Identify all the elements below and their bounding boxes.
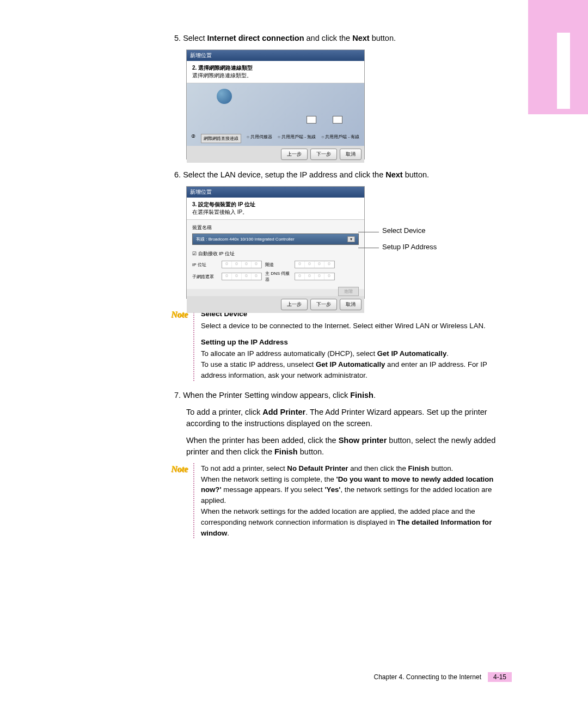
note-label: Note	[158, 309, 188, 319]
note-text: When the network settings for the added …	[201, 506, 512, 538]
subnet-label: 子網路遮罩	[192, 274, 218, 280]
gateway-field[interactable]: 0000	[295, 261, 335, 268]
note-block-2: Note To not add a printer, select No Def…	[158, 463, 512, 539]
dialog-body: 裝置名稱 有線 : Broadcom 440x 10/100 Integrate…	[187, 220, 364, 289]
dialog-titlebar: 新增位置	[187, 50, 364, 61]
radio-option[interactable]: ○ 共用伺服器	[247, 134, 272, 143]
callout-setup-ip: Setup IP Address	[382, 243, 437, 251]
radio-option[interactable]: ○ 共用用戶端 - 無線	[278, 134, 316, 143]
ip-label: IP 位址	[192, 262, 218, 268]
dialog-titlebar: 新增位置	[187, 187, 364, 198]
screenshot-connection-type: 新增位置 2. 選擇網際網路連線類型 選擇網際網路連線類型。 ⦿ 網際網路直接連…	[186, 50, 365, 159]
gateway-label: 閘道	[265, 262, 291, 268]
step-7: 7. When the Printer Setting window appea…	[158, 390, 512, 401]
note-heading: Setting up the IP Address	[201, 337, 512, 348]
note-text: To use a static IP address, unselect Get…	[201, 359, 512, 381]
cancel-button[interactable]: 取消	[340, 299, 362, 310]
back-button[interactable]: 上一步	[281, 149, 308, 160]
note-text: Select a device to be connected to the I…	[201, 321, 512, 331]
next-button[interactable]: 下一步	[310, 299, 337, 310]
callout-line	[358, 248, 379, 248]
dialog-header: 2. 選擇網際網路連線類型 選擇網際網路連線類型。	[187, 61, 364, 83]
globe-icon	[217, 89, 232, 104]
computer-icon	[333, 116, 342, 124]
auto-ip-checkbox[interactable]: ☑ 自動接收 IP 位址	[192, 250, 359, 257]
next-button[interactable]: 下一步	[310, 149, 337, 160]
callout-line	[358, 232, 379, 232]
dialog-buttons: 上一步 下一步 取消	[187, 296, 364, 313]
note-text: To allocate an IP address automatically …	[201, 348, 512, 359]
dialog-body: ⦿ 網際網路直接連線 ○ 共用伺服器 ○ 共用用戶端 - 無線 ○ 共用用戶端 …	[187, 83, 364, 146]
dns-label: 主 DNS 伺服器	[265, 270, 291, 282]
step-7-sub2: When the printer has been added, click t…	[158, 435, 512, 458]
step-5: 5. Select Internet direct connection and…	[158, 33, 512, 44]
page-footer: Chapter 4. Connecting to the Internet 4-…	[374, 672, 512, 682]
radio-option[interactable]: ⦿	[191, 134, 195, 143]
dns-field[interactable]: 0000	[295, 273, 335, 280]
cancel-button[interactable]: 取消	[340, 149, 362, 160]
note-divider	[193, 309, 195, 381]
note-label: Note	[158, 463, 188, 474]
advanced-button[interactable]: 進階	[338, 287, 359, 296]
dropdown-arrow-icon[interactable]: ▾	[347, 236, 355, 242]
radio-option[interactable]: ○ 共用用戶端 - 有線	[321, 134, 359, 143]
note-text: To not add a printer, select No Default …	[201, 463, 512, 474]
screenshot-ip-settings: 新增位置 3. 設定每個裝置的 IP 位址 在選擇裝置後輸入 IP。 裝置名稱 …	[186, 186, 365, 299]
note-divider	[193, 463, 195, 539]
subnet-field[interactable]: 0000	[222, 273, 262, 280]
step-7-sub1: To add a printer, click Add Printer. The…	[158, 407, 512, 429]
device-dropdown[interactable]: 有線 : Broadcom 440x 10/100 Integrated Con…	[192, 233, 359, 245]
note-block-1: Note Select Device Select a device to be…	[158, 309, 512, 381]
computer-icon	[307, 116, 316, 124]
callout-select-device: Select Device	[382, 226, 425, 235]
ip-field[interactable]: 0000	[222, 261, 262, 268]
chapter-ref: Chapter 4. Connecting to the Internet	[374, 673, 481, 681]
dialog-header: 3. 設定每個裝置的 IP 位址 在選擇裝置後輸入 IP。	[187, 198, 364, 220]
option-direct[interactable]: 網際網路直接連線	[201, 134, 241, 143]
page-number: 4-15	[488, 672, 512, 682]
note-text: When the network setting is complete, th…	[201, 474, 512, 506]
back-button[interactable]: 上一步	[281, 299, 308, 310]
device-label: 裝置名稱	[192, 224, 359, 231]
dialog-buttons: 上一步 下一步 取消	[187, 146, 364, 163]
step-6: 6. Select the LAN device, setup the IP a…	[158, 169, 512, 181]
